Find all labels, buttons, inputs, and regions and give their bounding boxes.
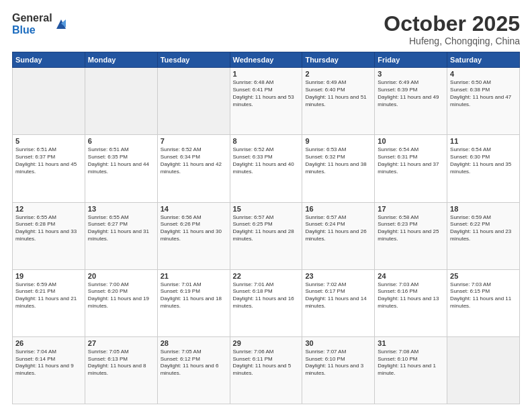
day-number: 26 [15, 339, 82, 347]
calendar-cell: 3Sunrise: 6:49 AMSunset: 6:39 PMDaylight… [375, 68, 447, 135]
calendar-cell: 7Sunrise: 6:52 AMSunset: 6:34 PMDaylight… [157, 135, 230, 202]
cell-content: Sunrise: 6:55 AMSunset: 6:27 PMDaylight:… [88, 214, 154, 243]
cell-content: Sunrise: 7:01 AMSunset: 6:19 PMDaylight:… [161, 281, 227, 310]
week-row-5: 26Sunrise: 7:04 AMSunset: 6:14 PMDayligh… [13, 336, 520, 404]
calendar-cell: 15Sunrise: 6:57 AMSunset: 6:25 PMDayligh… [230, 202, 302, 269]
calendar-cell: 31Sunrise: 7:08 AMSunset: 6:10 PMDayligh… [375, 336, 447, 404]
cell-content: Sunrise: 7:05 AMSunset: 6:13 PMDaylight:… [88, 349, 154, 377]
day-number: 11 [450, 137, 517, 145]
logo-blue: Blue [12, 24, 52, 36]
day-number: 21 [161, 272, 227, 280]
day-number: 9 [305, 137, 371, 145]
header-day-wednesday: Wednesday [230, 52, 302, 68]
calendar-cell: 14Sunrise: 6:56 AMSunset: 6:26 PMDayligh… [157, 202, 230, 269]
cell-content: Sunrise: 7:00 AMSunset: 6:20 PMDaylight:… [88, 281, 154, 310]
day-number: 15 [233, 205, 300, 213]
header-day-tuesday: Tuesday [157, 52, 230, 68]
calendar-cell: 29Sunrise: 7:06 AMSunset: 6:11 PMDayligh… [230, 336, 302, 404]
cell-content: Sunrise: 6:56 AMSunset: 6:26 PMDaylight:… [161, 214, 227, 243]
header-day-monday: Monday [85, 52, 157, 68]
title-block: October 2025 Hufeng, Chongqing, China [384, 12, 520, 46]
day-number: 17 [378, 205, 444, 213]
cell-content: Sunrise: 7:05 AMSunset: 6:12 PMDaylight:… [161, 349, 227, 377]
calendar-cell: 6Sunrise: 6:51 AMSunset: 6:35 PMDaylight… [85, 135, 157, 202]
calendar-cell [85, 68, 157, 135]
cell-content: Sunrise: 6:57 AMSunset: 6:24 PMDaylight:… [305, 214, 371, 243]
day-number: 16 [305, 205, 371, 213]
calendar-cell: 25Sunrise: 7:03 AMSunset: 6:15 PMDayligh… [447, 269, 520, 336]
cell-content: Sunrise: 6:53 AMSunset: 6:32 PMDaylight:… [305, 146, 371, 175]
calendar-cell: 4Sunrise: 6:50 AMSunset: 6:38 PMDaylight… [447, 68, 520, 135]
calendar-cell: 12Sunrise: 6:55 AMSunset: 6:28 PMDayligh… [13, 202, 85, 269]
day-number: 6 [88, 137, 154, 145]
cell-content: Sunrise: 7:03 AMSunset: 6:15 PMDaylight:… [450, 281, 517, 310]
calendar-cell: 10Sunrise: 6:54 AMSunset: 6:31 PMDayligh… [375, 135, 447, 202]
logo-icon [54, 17, 69, 32]
header-row: SundayMondayTuesdayWednesdayThursdayFrid… [13, 52, 520, 68]
day-number: 31 [378, 339, 444, 347]
day-number: 4 [450, 70, 517, 78]
cell-content: Sunrise: 6:55 AMSunset: 6:28 PMDaylight:… [15, 214, 82, 243]
page: General Blue October 2025 Hufeng, Chongq… [0, 0, 532, 411]
calendar-cell: 20Sunrise: 7:00 AMSunset: 6:20 PMDayligh… [85, 269, 157, 336]
cell-content: Sunrise: 7:06 AMSunset: 6:11 PMDaylight:… [233, 349, 300, 377]
cell-content: Sunrise: 6:51 AMSunset: 6:37 PMDaylight:… [15, 146, 82, 175]
week-row-4: 19Sunrise: 6:59 AMSunset: 6:21 PMDayligh… [13, 269, 520, 336]
calendar-cell: 28Sunrise: 7:05 AMSunset: 6:12 PMDayligh… [157, 336, 230, 404]
cell-content: Sunrise: 6:48 AMSunset: 6:41 PMDaylight:… [233, 79, 300, 108]
day-number: 18 [450, 205, 517, 213]
day-number: 3 [378, 70, 444, 78]
cell-content: Sunrise: 7:07 AMSunset: 6:10 PMDaylight:… [305, 349, 371, 377]
logo: General Blue [12, 12, 69, 36]
cell-content: Sunrise: 6:51 AMSunset: 6:35 PMDaylight:… [88, 146, 154, 175]
calendar-cell: 24Sunrise: 7:03 AMSunset: 6:16 PMDayligh… [375, 269, 447, 336]
month-title: October 2025 [384, 12, 520, 36]
cell-content: Sunrise: 6:58 AMSunset: 6:23 PMDaylight:… [378, 214, 444, 243]
calendar-cell: 8Sunrise: 6:52 AMSunset: 6:33 PMDaylight… [230, 135, 302, 202]
calendar-table: SundayMondayTuesdayWednesdayThursdayFrid… [12, 52, 520, 404]
cell-content: Sunrise: 6:52 AMSunset: 6:33 PMDaylight:… [233, 146, 300, 175]
day-number: 24 [378, 272, 444, 280]
cell-content: Sunrise: 6:49 AMSunset: 6:39 PMDaylight:… [378, 79, 444, 108]
location-subtitle: Hufeng, Chongqing, China [384, 36, 520, 46]
cell-content: Sunrise: 7:08 AMSunset: 6:10 PMDaylight:… [378, 349, 444, 377]
calendar-cell: 22Sunrise: 7:01 AMSunset: 6:18 PMDayligh… [230, 269, 302, 336]
header: General Blue October 2025 Hufeng, Chongq… [12, 12, 520, 46]
cell-content: Sunrise: 7:04 AMSunset: 6:14 PMDaylight:… [15, 349, 82, 377]
calendar-cell: 26Sunrise: 7:04 AMSunset: 6:14 PMDayligh… [13, 336, 85, 404]
week-row-3: 12Sunrise: 6:55 AMSunset: 6:28 PMDayligh… [13, 202, 520, 269]
week-row-2: 5Sunrise: 6:51 AMSunset: 6:37 PMDaylight… [13, 135, 520, 202]
day-number: 7 [161, 137, 227, 145]
day-number: 13 [88, 205, 154, 213]
day-number: 27 [88, 339, 154, 347]
calendar-cell: 19Sunrise: 6:59 AMSunset: 6:21 PMDayligh… [13, 269, 85, 336]
calendar-cell: 30Sunrise: 7:07 AMSunset: 6:10 PMDayligh… [302, 336, 375, 404]
day-number: 28 [161, 339, 227, 347]
day-number: 25 [450, 272, 517, 280]
day-number: 1 [233, 70, 300, 78]
header-day-thursday: Thursday [302, 52, 375, 68]
cell-content: Sunrise: 6:59 AMSunset: 6:22 PMDaylight:… [450, 214, 517, 243]
logo-general: General [12, 12, 52, 24]
calendar-cell: 27Sunrise: 7:05 AMSunset: 6:13 PMDayligh… [85, 336, 157, 404]
cell-content: Sunrise: 6:50 AMSunset: 6:38 PMDaylight:… [450, 79, 517, 108]
header-day-sunday: Sunday [13, 52, 85, 68]
day-number: 19 [15, 272, 82, 280]
calendar-cell: 23Sunrise: 7:02 AMSunset: 6:17 PMDayligh… [302, 269, 375, 336]
cell-content: Sunrise: 6:54 AMSunset: 6:31 PMDaylight:… [378, 146, 444, 175]
day-number: 2 [305, 70, 371, 78]
cell-content: Sunrise: 6:57 AMSunset: 6:25 PMDaylight:… [233, 214, 300, 243]
cell-content: Sunrise: 6:52 AMSunset: 6:34 PMDaylight:… [161, 146, 227, 175]
calendar-cell: 17Sunrise: 6:58 AMSunset: 6:23 PMDayligh… [375, 202, 447, 269]
cell-content: Sunrise: 6:49 AMSunset: 6:40 PMDaylight:… [305, 79, 371, 108]
calendar-cell: 13Sunrise: 6:55 AMSunset: 6:27 PMDayligh… [85, 202, 157, 269]
day-number: 22 [233, 272, 300, 280]
day-number: 29 [233, 339, 300, 347]
calendar-cell: 16Sunrise: 6:57 AMSunset: 6:24 PMDayligh… [302, 202, 375, 269]
day-number: 30 [305, 339, 371, 347]
header-day-friday: Friday [375, 52, 447, 68]
day-number: 10 [378, 137, 444, 145]
calendar-cell: 21Sunrise: 7:01 AMSunset: 6:19 PMDayligh… [157, 269, 230, 336]
day-number: 14 [161, 205, 227, 213]
day-number: 8 [233, 137, 300, 145]
